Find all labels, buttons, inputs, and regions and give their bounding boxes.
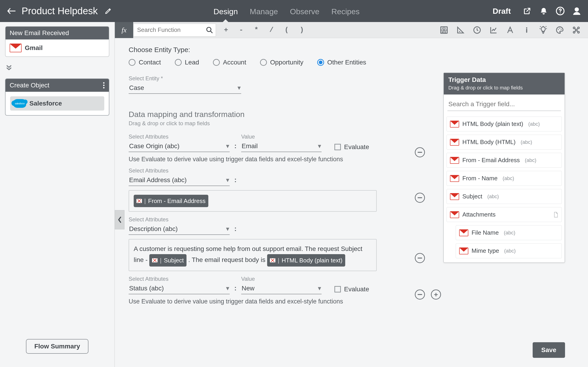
function-search-input[interactable] [133,24,216,36]
value-box-3[interactable]: A customer is requesting some help from … [129,239,377,271]
lookup-category[interactable] [555,25,565,35]
chip-html-body[interactable]: |HTML Body (plain text) [267,254,345,267]
help-button[interactable] [555,6,565,16]
search-icon[interactable] [206,26,213,34]
radio-lead[interactable]: Lead [175,59,199,66]
svg-point-11 [559,28,560,29]
gmail-icon [270,258,275,262]
gmail-icon [450,157,459,164]
evaluate-toggle-1[interactable]: Evaluate [334,143,369,152]
tab-manage[interactable]: Manage [250,1,278,22]
value-select-4[interactable]: New▾ [241,283,321,294]
trigger-data-panel: Trigger Data Drag & drop or click to map… [443,73,565,263]
radio-opportunity[interactable]: Opportunity [260,59,303,66]
trigger-field-name: HTML Body (HTML) [462,139,516,146]
op-mult[interactable]: * [253,26,260,34]
profile-button[interactable] [572,6,582,16]
radio-account[interactable]: Account [213,59,246,66]
toolbar-category-icons [439,25,581,35]
text-category[interactable] [505,25,515,35]
datetime-category[interactable] [472,25,482,35]
info-category[interactable] [522,25,531,35]
action-card[interactable]: Create Object salesforce Salesforce [5,78,109,116]
trigger-field-name: From - Email Address [462,157,520,164]
trigger-field-type: (abc) [521,139,532,145]
op-div[interactable]: / [268,26,275,34]
formula-toolbar: fx + - * / ( ) [115,22,588,38]
add-row-button[interactable]: + [431,290,441,300]
remove-row-3[interactable] [415,253,425,263]
trigger-search-input[interactable] [447,98,561,111]
svg-point-17 [575,29,577,31]
tab-recipes[interactable]: Recipes [331,1,360,22]
select-entity-dropdown[interactable]: Case ▾ [129,83,241,94]
trigger-field-type: (abc) [528,121,540,127]
lightbulb-icon [539,26,548,34]
trigger-field-item[interactable]: Mime type(abc) [456,243,562,258]
flow-summary-button[interactable]: Flow Summary [26,339,88,354]
trigger-card[interactable]: New Email Received Gmail [5,26,109,57]
radio-contact[interactable]: Contact [129,59,161,66]
tab-design[interactable]: Design [214,1,238,22]
chevron-left-icon [117,217,122,223]
collection-category[interactable] [571,25,581,35]
header-actions [522,6,582,16]
svg-point-9 [526,27,527,28]
op-minus[interactable]: - [237,26,245,34]
gmail-icon [137,199,142,203]
math-category[interactable] [439,25,449,35]
trigger-connector-label: Gmail [25,44,43,52]
geometry-category[interactable] [456,25,465,35]
remove-row-2[interactable] [415,193,425,203]
evaluate-hint-4: Use Evaluate to derive value using trigg… [129,298,390,305]
notifications-button[interactable] [539,6,548,16]
attr-select-2[interactable]: Email Address (abc)▾ [129,175,230,186]
trigger-field-item[interactable]: HTML Body (HTML)(abc) [447,135,562,150]
trigger-field-item[interactable]: HTML Body (plain text)(abc) [447,117,562,131]
trigger-field-item[interactable]: From - Email Address(abc) [447,153,562,168]
attr-select-3[interactable]: Description (abc)▾ [129,224,230,235]
chip-from-email[interactable]: |From - Email Address [134,195,208,207]
open-external-button[interactable] [522,6,532,16]
radio-other[interactable]: Other Entities [317,59,366,66]
logic-category[interactable] [538,25,548,35]
attr-select-1[interactable]: Case Origin (abc)▾ [129,141,230,152]
trigger-card-title: New Email Received [10,29,69,37]
action-card-menu[interactable] [103,82,105,89]
attr-select-4[interactable]: Status (abc)▾ [129,283,230,294]
calculator-icon [440,26,448,34]
flow-steps-panel: New Email Received Gmail Create Object s… [0,22,115,367]
chart-category[interactable] [489,25,498,35]
svg-rect-18 [418,152,422,153]
evaluate-toggle-4[interactable]: Evaluate [334,286,369,294]
gmail-icon [450,211,459,218]
value-box-2[interactable]: |From - Email Address [129,190,377,212]
svg-rect-19 [418,197,422,198]
kebab-icon [103,82,105,89]
op-lparen[interactable]: ( [283,26,290,34]
svg-point-2 [103,82,104,83]
salesforce-icon: salesforce [13,99,26,108]
svg-rect-21 [418,294,422,295]
gmail-icon [450,139,459,146]
save-button[interactable]: Save [533,342,565,358]
value-select-1[interactable]: Email▾ [241,141,321,152]
text-icon [506,26,515,34]
edit-title-button[interactable] [105,8,112,15]
svg-point-3 [103,85,104,86]
trigger-field-item[interactable]: Subject(abc) [447,189,562,204]
tab-observe[interactable]: Observe [290,1,320,22]
trigger-field-item[interactable]: File Name(abc) [456,225,562,240]
modules-icon [572,26,581,34]
trigger-field-item[interactable]: From - Name(abc) [447,171,562,186]
remove-row-4[interactable] [415,290,425,300]
collapse-left-panel-button[interactable] [115,210,124,229]
bell-icon [540,7,548,15]
trigger-field-item[interactable]: Attachments [447,207,562,222]
op-rparen[interactable]: ) [298,26,305,34]
op-plus[interactable]: + [222,26,230,34]
back-button[interactable] [6,6,16,16]
chip-subject[interactable]: |Subject [149,254,187,267]
remove-row-1[interactable] [415,147,425,157]
action-card-title: Create Object [10,82,49,89]
